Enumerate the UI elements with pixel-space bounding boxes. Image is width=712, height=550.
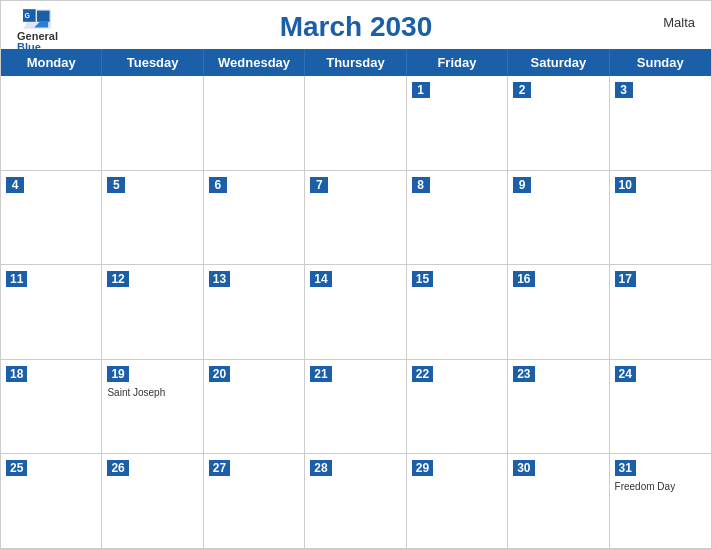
day-number: 30	[513, 460, 534, 476]
day-number: 29	[412, 460, 433, 476]
day-number: 3	[615, 82, 633, 98]
day-number: 17	[615, 271, 636, 287]
calendar-grid: 12345678910111213141516171819Saint Josep…	[1, 76, 711, 549]
logo: G General Blue	[17, 9, 58, 53]
day-header-thursday: Thursday	[305, 49, 406, 76]
day-number: 11	[6, 271, 27, 287]
day-cell: 25	[1, 454, 102, 549]
day-header-saturday: Saturday	[508, 49, 609, 76]
logo-icon: G	[23, 9, 51, 29]
day-cell: 15	[407, 265, 508, 360]
day-number: 26	[107, 460, 128, 476]
day-cell: 21	[305, 360, 406, 455]
day-cell: 10	[610, 171, 711, 266]
day-event: Saint Joseph	[107, 386, 197, 399]
day-number: 20	[209, 366, 230, 382]
day-cell: 17	[610, 265, 711, 360]
calendar-header: G General Blue March 2030 Malta	[1, 1, 711, 49]
day-header-friday: Friday	[407, 49, 508, 76]
day-headers-row: Monday Tuesday Wednesday Thursday Friday…	[1, 49, 711, 76]
day-cell: 26	[102, 454, 203, 549]
day-number: 31	[615, 460, 636, 476]
day-cell: 16	[508, 265, 609, 360]
day-number: 23	[513, 366, 534, 382]
day-cell: 27	[204, 454, 305, 549]
day-header-monday: Monday	[1, 49, 102, 76]
day-cell: 30	[508, 454, 609, 549]
day-cell: 7	[305, 171, 406, 266]
day-cell: 8	[407, 171, 508, 266]
day-number: 19	[107, 366, 128, 382]
day-cell	[305, 76, 406, 171]
svg-marker-3	[37, 11, 50, 22]
day-cell: 20	[204, 360, 305, 455]
day-number: 14	[310, 271, 331, 287]
day-cell: 14	[305, 265, 406, 360]
day-cell	[1, 76, 102, 171]
calendar-title: March 2030	[280, 11, 433, 43]
day-number: 12	[107, 271, 128, 287]
day-cell: 31Freedom Day	[610, 454, 711, 549]
day-number: 5	[107, 177, 125, 193]
day-cell: 29	[407, 454, 508, 549]
day-number: 28	[310, 460, 331, 476]
day-number: 24	[615, 366, 636, 382]
day-number: 13	[209, 271, 230, 287]
day-cell: 19Saint Joseph	[102, 360, 203, 455]
day-cell	[102, 76, 203, 171]
day-event: Freedom Day	[615, 480, 706, 493]
svg-text:G: G	[25, 12, 31, 19]
day-number: 27	[209, 460, 230, 476]
day-number: 10	[615, 177, 636, 193]
day-number: 7	[310, 177, 328, 193]
day-cell: 13	[204, 265, 305, 360]
day-cell: 11	[1, 265, 102, 360]
day-cell	[204, 76, 305, 171]
day-cell: 1	[407, 76, 508, 171]
day-header-sunday: Sunday	[610, 49, 711, 76]
day-number: 9	[513, 177, 531, 193]
day-number: 6	[209, 177, 227, 193]
day-cell: 12	[102, 265, 203, 360]
day-number: 4	[6, 177, 24, 193]
day-cell: 6	[204, 171, 305, 266]
logo-blue-text: Blue	[17, 42, 41, 53]
day-cell: 23	[508, 360, 609, 455]
calendar-container: G General Blue March 2030 Malta Monday T…	[0, 0, 712, 550]
day-number: 25	[6, 460, 27, 476]
day-cell: 5	[102, 171, 203, 266]
day-cell: 9	[508, 171, 609, 266]
day-cell: 2	[508, 76, 609, 171]
country-label: Malta	[663, 15, 695, 30]
day-cell: 3	[610, 76, 711, 171]
day-header-tuesday: Tuesday	[102, 49, 203, 76]
day-header-wednesday: Wednesday	[204, 49, 305, 76]
day-number: 22	[412, 366, 433, 382]
day-cell: 28	[305, 454, 406, 549]
day-number: 2	[513, 82, 531, 98]
day-number: 1	[412, 82, 430, 98]
day-cell: 18	[1, 360, 102, 455]
day-number: 15	[412, 271, 433, 287]
day-number: 8	[412, 177, 430, 193]
day-number: 18	[6, 366, 27, 382]
day-cell: 24	[610, 360, 711, 455]
day-cell: 22	[407, 360, 508, 455]
day-cell: 4	[1, 171, 102, 266]
day-number: 16	[513, 271, 534, 287]
day-number: 21	[310, 366, 331, 382]
